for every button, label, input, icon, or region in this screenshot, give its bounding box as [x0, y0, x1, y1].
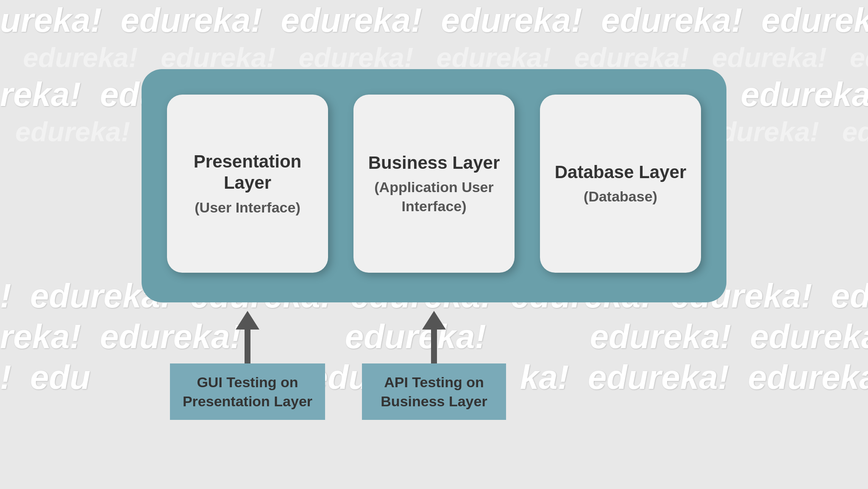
business-arrow-slot: API Testing onBusiness Layer [353, 311, 515, 419]
arrow-shaft-business [431, 330, 437, 363]
presentation-layer-title: Presentation Layer [180, 151, 315, 194]
presentation-layer-subtitle: (User Interface) [195, 198, 300, 217]
business-label-text: API Testing onBusiness Layer [375, 373, 493, 410]
database-layer-title: Database Layer [555, 162, 687, 183]
presentation-arrow [236, 311, 259, 363]
arrow-shaft-presentation [245, 330, 250, 363]
presentation-layer-card: Presentation Layer (User Interface) [167, 95, 328, 273]
business-layer-subtitle: (Application User Interface) [366, 178, 502, 215]
presentation-label-text: GUI Testing onPresentation Layer [183, 373, 312, 410]
arrow-head-presentation [236, 311, 259, 330]
outer-box: Presentation Layer (User Interface) Busi… [142, 69, 726, 302]
database-layer-card: Database Layer (Database) [540, 95, 701, 273]
arrow-label-area: GUI Testing onPresentation Layer API Tes… [167, 311, 701, 419]
business-arrow [422, 311, 446, 363]
business-label-box: API Testing onBusiness Layer [362, 363, 506, 419]
database-layer-subtitle: (Database) [584, 187, 657, 206]
arrow-head-business [422, 311, 446, 330]
business-layer-title: Business Layer [368, 152, 500, 173]
presentation-label-box: GUI Testing onPresentation Layer [170, 363, 325, 419]
diagram-container: Presentation Layer (User Interface) Busi… [0, 0, 868, 489]
presentation-arrow-slot: GUI Testing onPresentation Layer [167, 311, 328, 419]
business-layer-card: Business Layer (Application User Interfa… [353, 95, 515, 273]
